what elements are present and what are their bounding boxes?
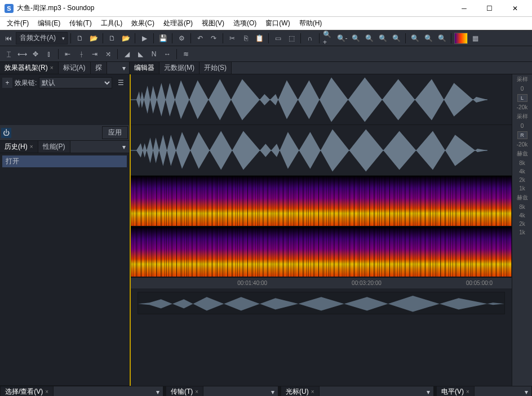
menu-window[interactable]: 窗口(W) [261,17,294,29]
move-tool-icon[interactable]: ✥ [29,48,42,60]
zoom-reset-icon[interactable]: 🔍 [376,32,389,45]
tab-cursor[interactable]: 光标(U)× [281,386,320,396]
menu-file[interactable]: 文件(F) [2,17,33,29]
panel-menu-icon[interactable]: ▾ [153,386,163,396]
new-doc-icon[interactable]: 🗋 [106,32,118,45]
menu-edit[interactable]: 编辑(E) [33,17,65,29]
fx-preset-select[interactable]: 默认 [39,77,112,88]
snap-icon[interactable]: ∩ [304,32,316,45]
panel-menu-icon[interactable]: ▾ [119,62,129,74]
cursor-tool-icon[interactable]: ⌶ [2,48,15,60]
scale-1k: 1k [512,184,532,193]
close-icon[interactable]: × [195,389,198,395]
tab-fx-rack[interactable]: 效果器机架(R)× [0,62,59,74]
zoom-full-icon[interactable]: 🔍 [390,32,402,45]
tab-selection-view[interactable]: 选择/查看(V)× [1,386,54,396]
zoom-out-icon[interactable]: 🔍- [336,32,348,45]
audio-files-dropdown[interactable]: 音频文件(A) [16,32,68,45]
channel-right-button[interactable]: R [517,131,527,139]
select-tool-icon[interactable]: ▭ [272,32,284,45]
tab-metadata[interactable]: 元数据(M) [159,62,200,74]
spectrogram-left[interactable] [131,176,512,226]
menu-view[interactable]: 视图(V) [197,17,229,29]
cut-icon[interactable]: ✂ [226,32,238,45]
close-icon[interactable]: × [466,389,469,395]
tab-editor[interactable]: 编辑器 [130,62,159,74]
minimize-button[interactable]: ─ [451,0,477,17]
scale-4k: 4k [512,211,532,220]
reverse-icon[interactable]: ↔ [161,48,174,60]
maximize-button[interactable]: ☐ [477,0,502,17]
zoom-v-out-icon[interactable]: 🔍 [422,32,435,45]
tab-start[interactable]: 开始(S) [200,62,232,74]
tab-markers[interactable]: 标记(A) [59,62,91,74]
close-icon[interactable]: × [30,144,33,150]
menu-options[interactable]: 选项(O) [229,17,261,29]
tab-transport[interactable]: 传输(T)× [166,386,203,396]
spectrogram-colormap[interactable] [454,33,468,44]
menu-effects[interactable]: 效果(C) [127,17,159,29]
envelope-icon[interactable]: ≋ [180,48,192,60]
undo-icon[interactable]: ↶ [194,32,206,45]
fade-in-icon[interactable]: ◢ [121,48,133,60]
fade-out-icon[interactable]: ◣ [134,48,147,60]
close-icon[interactable]: × [50,65,54,71]
menu-processor[interactable]: 处理器(P) [159,17,197,29]
add-fx-icon[interactable]: + [2,78,12,88]
overview-minimap[interactable] [138,292,505,314]
new-file-icon[interactable]: 🗋 [74,32,86,45]
range-tool-icon[interactable]: ⟷ [16,48,28,60]
panel-menu-icon[interactable]: ▾ [119,141,129,153]
fx-apply-button[interactable]: 应用 [102,126,128,139]
menu-help[interactable]: 帮助(H) [295,17,327,29]
trim-right-icon[interactable]: ⇥ [88,48,101,60]
wave-canvas[interactable]: 00:01:40:00 00:03:20:00 00:05:00:0 [130,74,512,386]
waveform-left[interactable] [131,74,512,125]
menu-transport[interactable]: 传输(T) [65,17,96,29]
fx-power-icon[interactable]: ⏻ [1,128,11,138]
tab-level[interactable]: 电平(V)× [437,386,475,396]
crossfade-icon[interactable]: ⤨ [102,48,114,60]
redo-icon[interactable]: ↷ [207,32,220,45]
titlebar: S 大鱼-周深.mp3 - Soundop ─ ☐ ✕ [0,0,532,17]
panel-menu-icon[interactable]: ▾ [423,386,433,396]
zoom-v-in-icon[interactable]: 🔍 [409,32,421,45]
split-icon[interactable]: ⟊ [75,48,87,60]
panel-menu-icon[interactable]: ▾ [521,386,531,396]
rewind-icon[interactable]: ⏮ [2,32,15,45]
scale-label-hertz: 赫兹 [512,149,532,159]
ruler-tick: 00:01:40:00 [237,280,267,286]
panel-menu-icon[interactable]: ▾ [268,386,278,396]
waveform-right[interactable] [131,125,512,176]
tab-history[interactable]: 历史(H)× [0,141,38,153]
menu-tools[interactable]: 工具(L) [96,17,127,29]
tab-performance[interactable]: 性能(P) [38,141,70,153]
trim-left-icon[interactable]: ⇤ [61,48,74,60]
fx-list-icon[interactable]: ☰ [114,77,127,89]
layout-icon[interactable]: ▦ [469,32,481,45]
slip-tool-icon[interactable]: ⫿ [43,48,55,60]
normalize-icon[interactable]: N [148,48,160,60]
play-icon[interactable]: ▶ [138,32,150,45]
zoom-sel-icon[interactable]: 🔍 [363,32,375,45]
close-icon[interactable]: × [311,389,314,395]
save-icon[interactable]: 💾 [157,32,169,45]
close-button[interactable]: ✕ [502,0,527,17]
channel-left-button[interactable]: L [517,94,527,102]
paste-icon[interactable]: 📋 [253,32,265,45]
zoom-v-fit-icon[interactable]: 🔍 [436,32,448,45]
history-item-open[interactable]: 打开 [2,155,127,167]
level-panel: 电平(V)×▾ 分贝-480 [436,386,532,396]
open-icon[interactable]: 📂 [119,32,132,45]
time-ruler[interactable]: 00:01:40:00 00:03:20:00 00:05:00:0 [131,277,512,288]
spectrogram-right[interactable] [131,226,512,277]
copy-icon[interactable]: ⎘ [240,32,252,45]
cursor-panel: 光标(U)×▾ 00:00:00:00 [281,386,434,396]
settings-icon[interactable]: ⚙ [175,32,188,45]
zoom-in-icon[interactable]: 🔍+ [322,32,335,45]
marquee-icon[interactable]: ⬚ [285,32,298,45]
zoom-fit-icon[interactable]: 🔍 [349,32,362,45]
open-folder-icon[interactable]: 📂 [87,32,100,45]
close-icon[interactable]: × [45,389,48,395]
tab-explorer[interactable]: 探 [91,62,107,74]
